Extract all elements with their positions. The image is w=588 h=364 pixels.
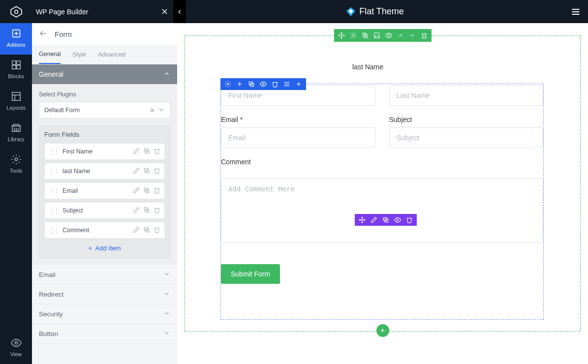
field-item[interactable]: ⋮⋮ First Name	[44, 143, 165, 160]
copy-icon[interactable]	[143, 167, 150, 176]
close-icon[interactable]: ✕	[161, 6, 168, 17]
plus-icon: +	[88, 244, 92, 252]
comment-textarea[interactable]	[221, 179, 543, 243]
copy-icon[interactable]	[143, 207, 150, 215]
collapsed-section[interactable]: Button	[32, 324, 177, 344]
chevron-down-icon[interactable]	[158, 106, 165, 115]
field-item[interactable]: ⋮⋮ last Name	[44, 163, 165, 180]
svg-point-17	[15, 158, 18, 161]
section-general-head[interactable]: General	[32, 64, 177, 84]
svg-point-18	[15, 341, 18, 344]
email-label: Email *	[221, 116, 375, 123]
collapsed-section[interactable]: Redirect	[32, 285, 177, 304]
nav-addons[interactable]: Addons	[0, 23, 32, 55]
collapsed-section-label: Redirect	[39, 291, 63, 298]
edit-icon[interactable]	[133, 148, 140, 156]
drag-handle-icon[interactable]: ⋮⋮	[49, 207, 59, 214]
gear-icon[interactable]	[224, 81, 231, 88]
last-name-input[interactable]	[389, 85, 544, 106]
add-section-button[interactable]: +	[376, 324, 389, 337]
copy-icon[interactable]	[143, 226, 150, 235]
app-logo	[0, 0, 32, 23]
trash-icon[interactable]	[406, 216, 413, 223]
nav-layouts-label: Layouts	[6, 105, 26, 111]
tab-general[interactable]: General	[39, 45, 61, 64]
columns-icon[interactable]	[283, 81, 290, 88]
field-item[interactable]: ⋮⋮ Email	[44, 182, 165, 199]
drag-handle-icon[interactable]: ⋮⋮	[49, 227, 59, 234]
collapse-panel-button[interactable]	[173, 0, 186, 23]
copy-icon[interactable]	[248, 81, 255, 88]
edit-icon[interactable]	[133, 226, 140, 235]
tab-advanced[interactable]: Advanced	[98, 45, 125, 64]
nav-tools-label: Tools	[10, 168, 23, 174]
nav-view-label: View	[10, 351, 22, 357]
submit-button[interactable]: Submit Form	[221, 264, 280, 284]
collapsed-section[interactable]: Email	[32, 265, 177, 285]
plugin-select[interactable]: Default Form ✕	[39, 102, 170, 119]
copy-icon[interactable]	[143, 187, 150, 195]
chevron-down-icon	[163, 290, 170, 299]
plus-icon[interactable]	[236, 81, 243, 88]
trash-icon[interactable]	[272, 81, 279, 88]
svg-rect-8	[16, 65, 20, 69]
menu-icon[interactable]	[563, 7, 588, 17]
field-item[interactable]: ⋮⋮ Comment	[44, 222, 165, 239]
collapsed-section-label: Button	[39, 330, 58, 337]
svg-marker-13	[12, 124, 20, 126]
plugin-selected-value: Default Form	[44, 107, 80, 114]
brand: Flat Theme	[186, 6, 563, 17]
tab-style[interactable]: Style	[72, 45, 86, 64]
edit-icon[interactable]	[133, 207, 140, 215]
last-name-label: last Name	[352, 63, 383, 71]
eye-icon[interactable]	[260, 81, 267, 88]
trash-icon[interactable]	[154, 187, 160, 195]
add-item-button[interactable]: + Add Item	[44, 242, 165, 253]
svg-point-44	[262, 83, 264, 85]
nav-library-label: Library	[8, 136, 25, 142]
clear-icon[interactable]: ✕	[150, 107, 155, 114]
chevron-down-icon	[163, 330, 170, 338]
svg-point-1	[14, 10, 18, 13]
element-toolbar	[355, 214, 417, 226]
svg-rect-9	[12, 92, 20, 101]
nav-blocks[interactable]: Blocks	[0, 55, 32, 86]
drag-handle-icon[interactable]: ⋮⋮	[49, 168, 59, 175]
collapsed-section-label: Email	[39, 271, 56, 278]
chevron-down-icon	[163, 310, 170, 318]
edit-icon[interactable]	[133, 187, 140, 195]
edit-icon[interactable]	[133, 167, 140, 176]
panel-title: Form	[55, 30, 72, 38]
move-icon[interactable]	[359, 216, 366, 223]
field-item-label: Comment	[62, 227, 89, 234]
collapsed-section[interactable]: Security	[32, 304, 177, 324]
svg-rect-7	[12, 65, 15, 69]
trash-icon[interactable]	[154, 207, 160, 215]
field-item-label: Subject	[62, 207, 83, 214]
plus-icon[interactable]	[295, 81, 302, 88]
trash-icon[interactable]	[154, 148, 160, 156]
field-item[interactable]: ⋮⋮ Subject	[44, 202, 165, 219]
copy-icon[interactable]	[143, 148, 150, 156]
collapsed-section-label: Security	[39, 310, 63, 318]
nav-view[interactable]: View	[0, 333, 32, 364]
field-item-label: last Name	[62, 168, 90, 175]
back-arrow-icon[interactable]	[39, 29, 48, 39]
nav-library[interactable]: Library	[0, 118, 32, 149]
nav-tools[interactable]: Tools	[0, 149, 32, 181]
subject-input[interactable]	[389, 127, 544, 148]
eye-icon[interactable]	[394, 216, 401, 223]
comment-label: Comment	[221, 158, 543, 166]
drag-handle-icon[interactable]: ⋮⋮	[49, 148, 59, 155]
edit-icon[interactable]	[371, 216, 377, 223]
nav-layouts[interactable]: Layouts	[0, 86, 32, 118]
email-input[interactable]	[221, 127, 375, 148]
trash-icon[interactable]	[154, 167, 160, 176]
copy-icon[interactable]	[382, 216, 389, 223]
nav-blocks-label: Blocks	[8, 73, 24, 79]
chevron-up-icon	[163, 70, 170, 79]
svg-rect-5	[12, 61, 15, 64]
plugins-label: Select Plugins	[39, 91, 170, 98]
drag-handle-icon[interactable]: ⋮⋮	[49, 187, 59, 194]
trash-icon[interactable]	[154, 226, 160, 235]
